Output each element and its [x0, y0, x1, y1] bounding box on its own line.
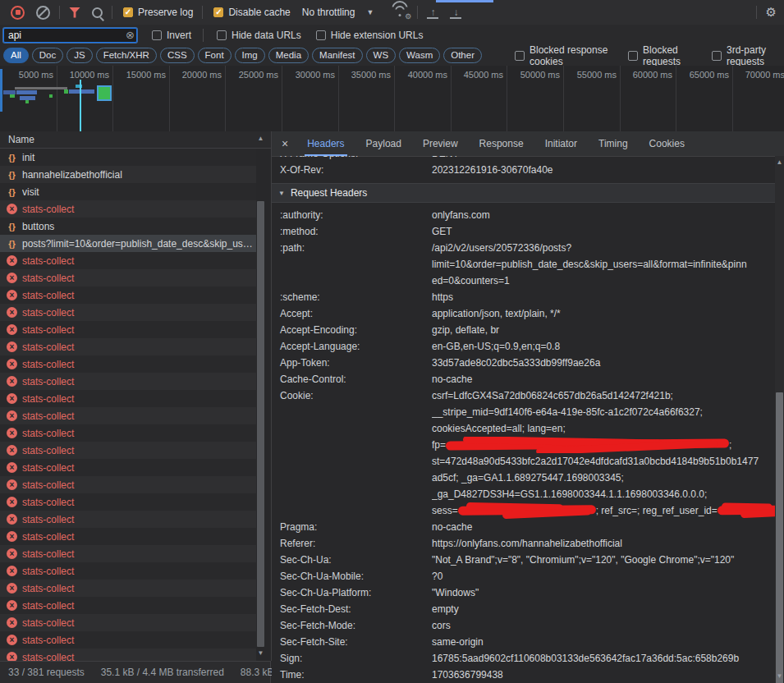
type-pill-ws[interactable]: WS: [366, 48, 397, 63]
export-har-button[interactable]: ↓: [444, 0, 467, 25]
clear-filter-icon[interactable]: ⊗: [126, 29, 135, 41]
search-button[interactable]: [86, 0, 108, 25]
type-pill-doc[interactable]: Doc: [32, 48, 63, 63]
network-conditions-button[interactable]: ⚙: [386, 0, 414, 25]
header-value-line: no-cache: [432, 371, 775, 387]
name-column-header[interactable]: Name: [0, 131, 271, 149]
request-row[interactable]: ×stats-collect: [0, 304, 256, 321]
request-details-panel: × HeadersPayloadPreviewResponseInitiator…: [272, 131, 784, 683]
tab-initiator[interactable]: Initiator: [534, 131, 588, 156]
scroll-up-icon[interactable]: ▲: [256, 135, 265, 142]
hide-data-urls-checkbox[interactable]: Hide data URLs: [217, 30, 301, 41]
type-pill-fetch-xhr[interactable]: Fetch/XHR: [96, 48, 157, 63]
request-row[interactable]: ×stats-collect: [0, 407, 256, 424]
xhr-json-icon: {}: [7, 222, 17, 231]
checkbox-icon: [217, 30, 227, 40]
type-pill-img[interactable]: Img: [235, 48, 265, 63]
request-row[interactable]: {}init: [0, 149, 256, 166]
scroll-down-icon[interactable]: ▼: [256, 649, 265, 657]
xhr-json-icon: {}: [7, 170, 17, 180]
request-row[interactable]: {}visit: [0, 183, 256, 200]
disclosure-triangle-icon: ▼: [278, 190, 285, 197]
request-row[interactable]: ×stats-collect: [0, 459, 256, 476]
request-row[interactable]: ×stats-collect: [0, 442, 256, 459]
header-value-line: 16785:5aad9602cf110608b03133de563642fac1…: [432, 650, 775, 667]
hide-extension-urls-checkbox[interactable]: Hide extension URLs: [316, 30, 424, 41]
request-row[interactable]: {}hannahelizabethofficial: [0, 166, 256, 183]
tab-response[interactable]: Response: [469, 131, 534, 156]
waterfall-bar: [16, 90, 37, 94]
header-name: :path:: [272, 240, 432, 256]
header-value-line: https: [432, 289, 775, 305]
disable-cache-label: Disable cache: [228, 7, 290, 18]
tab-timing[interactable]: Timing: [588, 131, 639, 156]
tab-preview[interactable]: Preview: [412, 131, 469, 156]
preserve-log-checkbox[interactable]: ✓ Preserve log: [117, 0, 199, 25]
error-icon: ×: [7, 342, 17, 352]
scroll-down-icon[interactable]: ▼: [775, 672, 784, 680]
checkbox-label: Blocked response cookies: [530, 44, 613, 67]
tab-cookies[interactable]: Cookies: [639, 131, 695, 156]
request-name: stats-collect: [22, 566, 256, 577]
header-row: Sec-Fetch-Site:same-origin: [272, 634, 775, 650]
tab-payload[interactable]: Payload: [355, 131, 412, 156]
request-row[interactable]: ×stats-collect: [0, 390, 256, 407]
request-headers-section-header[interactable]: ▼Request Headers: [272, 183, 775, 203]
disable-cache-checkbox[interactable]: ✓ Disable cache: [208, 0, 296, 25]
request-row[interactable]: ×stats-collect: [0, 545, 256, 562]
error-icon: ×: [7, 204, 17, 214]
blocked-requests-checkbox[interactable]: Blocked requests: [628, 44, 697, 67]
request-row[interactable]: ×stats-collect: [0, 269, 256, 286]
filter-toggle-button[interactable]: [63, 0, 86, 25]
request-row[interactable]: ×stats-collect: [0, 580, 256, 597]
request-row[interactable]: ×stats-collect: [0, 493, 256, 511]
request-row[interactable]: ×stats-collect: [0, 631, 256, 649]
request-row[interactable]: ×stats-collect: [0, 338, 256, 355]
settings-button[interactable]: ⚙: [760, 0, 782, 25]
record-button[interactable]: [5, 0, 30, 25]
clear-button[interactable]: [30, 0, 56, 25]
invert-checkbox[interactable]: Invert: [152, 30, 191, 41]
request-row[interactable]: {}posts?limit=10&order=publish_date_desc…: [0, 235, 256, 252]
request-row[interactable]: ×stats-collect: [0, 286, 256, 304]
type-pill-other[interactable]: Other: [443, 48, 482, 63]
requests-scrollbar-thumb[interactable]: [257, 201, 264, 647]
type-pill-all[interactable]: All: [3, 48, 29, 63]
request-row[interactable]: ×stats-collect: [0, 200, 256, 218]
request-row[interactable]: {}buttons: [0, 218, 256, 235]
type-pill-css[interactable]: CSS: [160, 48, 195, 63]
request-row[interactable]: ×stats-collect: [0, 476, 256, 493]
throttling-dropdown[interactable]: No throttling ▼: [296, 0, 380, 25]
header-row: Sign:16785:5aad9602cf110608b03133de56364…: [272, 650, 775, 667]
request-row[interactable]: ×stats-collect: [0, 424, 256, 442]
import-har-button[interactable]: ↑: [421, 0, 444, 25]
request-name: stats-collect: [22, 635, 256, 646]
tab-headers[interactable]: Headers: [296, 131, 355, 156]
request-row[interactable]: ×stats-collect: [0, 373, 256, 390]
filter-input[interactable]: [3, 28, 137, 43]
request-row[interactable]: ×stats-collect: [0, 562, 256, 580]
blocked-response-cookies-checkbox[interactable]: Blocked response cookies: [515, 44, 613, 67]
type-pill-wasm[interactable]: Wasm: [399, 48, 440, 63]
header-value-line: cors: [432, 617, 775, 634]
header-value: 16785:5aad9602cf110608b03133de563642fac1…: [432, 650, 775, 667]
request-row[interactable]: ×stats-collect: [0, 528, 256, 545]
request-row[interactable]: ×stats-collect: [0, 649, 256, 661]
request-row[interactable]: ×stats-collect: [0, 511, 256, 528]
scroll-up-icon[interactable]: ▲: [775, 158, 784, 166]
header-row: Accept-Encoding:gzip, deflate, br: [272, 322, 775, 338]
3rd-party-requests-checkbox[interactable]: 3rd-party requests: [712, 44, 784, 67]
waterfall-bar: [10, 94, 15, 98]
network-overview-timeline[interactable]: 5000 ms10000 ms15000 ms20000 ms25000 ms3…: [0, 66, 784, 132]
type-pill-js[interactable]: JS: [66, 48, 92, 63]
type-pill-manifest[interactable]: Manifest: [312, 48, 362, 63]
request-row[interactable]: ×stats-collect: [0, 597, 256, 614]
request-row[interactable]: ×stats-collect: [0, 355, 256, 373]
details-scrollbar-thumb[interactable]: [776, 392, 783, 683]
close-icon[interactable]: ×: [272, 137, 296, 150]
type-pill-font[interactable]: Font: [198, 48, 232, 63]
request-row[interactable]: ×stats-collect: [0, 614, 256, 631]
type-pill-media[interactable]: Media: [268, 48, 309, 63]
request-row[interactable]: ×stats-collect: [0, 252, 256, 269]
request-row[interactable]: ×stats-collect: [0, 321, 256, 338]
